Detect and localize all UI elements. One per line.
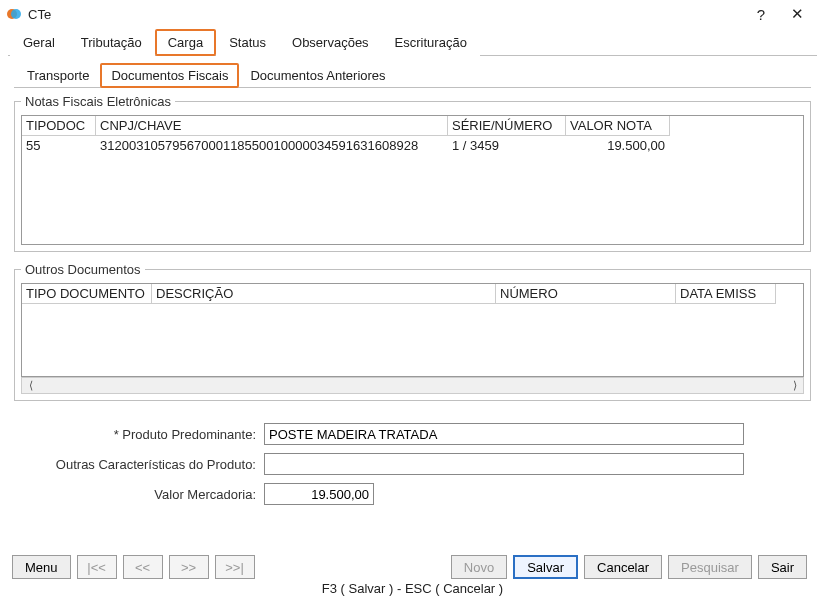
app-icon (6, 6, 22, 22)
svg-point-1 (11, 9, 21, 19)
subtab-documentos-anteriores[interactable]: Documentos Anteriores (239, 63, 396, 88)
out-col-descricao[interactable]: DESCRIÇÃO (152, 284, 496, 304)
group-nfe: Notas Fiscais Eletrônicas TIPODOC CNPJ/C… (14, 94, 811, 252)
tab-status[interactable]: Status (216, 29, 279, 56)
nfe-cell-valor-nota: 19.500,00 (566, 136, 670, 155)
row-produto-predominante: * Produto Predominante: (14, 423, 811, 445)
tab-observacoes[interactable]: Observações (279, 29, 382, 56)
scroll-right-icon[interactable]: ⟩ (786, 379, 803, 392)
scroll-left-icon[interactable]: ⟨ (22, 379, 39, 392)
subtab-documentos-fiscais[interactable]: Documentos Fiscais (100, 63, 239, 88)
label-valor-mercadoria: Valor Mercadoria: (14, 487, 264, 502)
window-titlebar: CTe ? ✕ (0, 0, 825, 28)
tab-escrituracao[interactable]: Escrituração (382, 29, 480, 56)
out-col-data-emissao[interactable]: DATA EMISS (676, 284, 776, 304)
status-bar: F3 ( Salvar ) - ESC ( Cancelar ) (0, 579, 825, 599)
out-col-tipo-documento[interactable]: TIPO DOCUMENTO (22, 284, 152, 304)
bottom-bar: Menu |<< << >> >>| Novo Salvar Cancelar … (12, 555, 813, 579)
window-title: CTe (28, 7, 743, 22)
nfe-col-cnpj-chave[interactable]: CNPJ/CHAVE (96, 116, 448, 136)
tab-tributacao[interactable]: Tributação (68, 29, 155, 56)
content-area: Notas Fiscais Eletrônicas TIPODOC CNPJ/C… (14, 94, 811, 505)
label-produto-predominante: * Produto Predominante: (14, 427, 264, 442)
outros-grid[interactable]: TIPO DOCUMENTO DESCRIÇÃO NÚMERO DATA EMI… (21, 283, 804, 377)
pesquisar-button[interactable]: Pesquisar (668, 555, 752, 579)
nfe-col-valor-nota[interactable]: VALOR NOTA (566, 116, 670, 136)
nfe-grid[interactable]: TIPODOC CNPJ/CHAVE SÉRIE/NÚMERO VALOR NO… (21, 115, 804, 245)
cancelar-button[interactable]: Cancelar (584, 555, 662, 579)
nfe-cell-tipodoc: 55 (22, 136, 96, 155)
main-tabs: Geral Tributação Carga Status Observaçõe… (8, 28, 817, 56)
sair-button[interactable]: Sair (758, 555, 807, 579)
label-outras-caract: Outras Características do Produto: (14, 457, 264, 472)
tab-geral[interactable]: Geral (10, 29, 68, 56)
nfe-cell-serie-numero: 1 / 3459 (448, 136, 566, 155)
subtab-transporte[interactable]: Transporte (16, 63, 100, 88)
group-nfe-title: Notas Fiscais Eletrônicas (21, 94, 175, 109)
sub-tabs: Transporte Documentos Fiscais Documentos… (14, 62, 811, 88)
help-button[interactable]: ? (743, 2, 779, 26)
input-produto-predominante[interactable] (264, 423, 744, 445)
outros-header-row: TIPO DOCUMENTO DESCRIÇÃO NÚMERO DATA EMI… (22, 284, 803, 304)
nfe-data-row[interactable]: 55 3120031057956700011855001000003459163… (22, 136, 803, 155)
nfe-col-serie-numero[interactable]: SÉRIE/NÚMERO (448, 116, 566, 136)
menu-button[interactable]: Menu (12, 555, 71, 579)
close-button[interactable]: ✕ (779, 2, 815, 26)
nav-last-button[interactable]: >>| (215, 555, 255, 579)
novo-button[interactable]: Novo (451, 555, 507, 579)
out-col-numero[interactable]: NÚMERO (496, 284, 676, 304)
nav-next-button[interactable]: >> (169, 555, 209, 579)
salvar-button[interactable]: Salvar (513, 555, 578, 579)
group-outros: Outros Documentos TIPO DOCUMENTO DESCRIÇ… (14, 262, 811, 401)
input-outras-caract[interactable] (264, 453, 744, 475)
row-outras-caract: Outras Características do Produto: (14, 453, 811, 475)
row-valor-mercadoria: Valor Mercadoria: (14, 483, 811, 505)
nfe-header-row: TIPODOC CNPJ/CHAVE SÉRIE/NÚMERO VALOR NO… (22, 116, 803, 136)
nav-first-button[interactable]: |<< (77, 555, 117, 579)
nav-prev-button[interactable]: << (123, 555, 163, 579)
tab-carga[interactable]: Carga (155, 29, 216, 56)
nfe-col-tipodoc[interactable]: TIPODOC (22, 116, 96, 136)
outros-horizontal-scrollbar[interactable]: ⟨ ⟩ (21, 377, 804, 394)
nfe-cell-cnpj-chave: 3120031057956700011855001000003459163160… (96, 136, 448, 155)
input-valor-mercadoria[interactable] (264, 483, 374, 505)
group-outros-title: Outros Documentos (21, 262, 145, 277)
